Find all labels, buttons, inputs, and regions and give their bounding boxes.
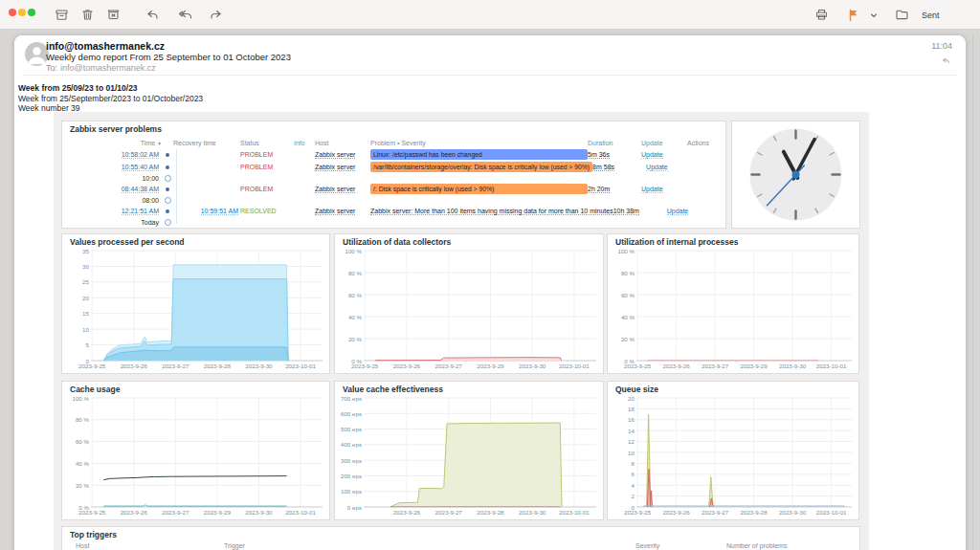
host-link[interactable]: Zabbix server — [315, 186, 355, 193]
host-link[interactable]: Zabbix server — [315, 164, 355, 171]
problem-severity-bar: Linux: /etc/passwd has been changed — [370, 149, 588, 160]
update-link[interactable]: Update — [641, 151, 663, 159]
email-subject: Weekly demo report From 25 September to … — [46, 52, 291, 62]
x-axis-tick: 2023-9-25 — [71, 363, 113, 369]
reply-icon — [942, 56, 950, 65]
archive-button[interactable] — [54, 7, 70, 23]
reply-icon — [145, 8, 160, 22]
recovery-time-link[interactable]: 10:59:51 AM — [201, 208, 238, 215]
problems-table-body: 10:58:02 AMPROBLEMZabbix serverLinux: /e… — [62, 148, 725, 227]
y-axis-tick: 10 — [64, 326, 89, 333]
x-axis-tick: 2023-9-25 — [616, 363, 658, 369]
update-link[interactable]: Update — [667, 208, 689, 215]
problems-table-header: Time ▼ Recovery time Status Info Host Pr… — [62, 137, 725, 148]
problem-time-link[interactable]: 12:21:51 AM — [122, 208, 159, 215]
timeline-marker-row: 10:00 — [62, 173, 725, 183]
x-axis-tick: 2023-9-28 — [469, 509, 511, 516]
y-axis-tick: 200 eps — [337, 473, 362, 479]
x-axis-tick: 2023-10-01 — [553, 363, 595, 369]
x-axis-tick: 2023-9-25 — [344, 363, 386, 369]
x-axis-tick: 2023-9-28 — [733, 509, 775, 516]
chart-utilization-of-data-collectors: Utilization of data collectors100 %80 %6… — [334, 233, 604, 374]
window-zoom-button[interactable] — [28, 9, 35, 16]
problem-time-link[interactable]: 10:55:40 AM — [122, 164, 159, 171]
chart-cache-usage: Cache usage100 %80 %60 %40 %20 %0 %2023-… — [61, 381, 330, 520]
flag-menu-chevron[interactable] — [869, 7, 879, 23]
forward-button[interactable] — [208, 7, 224, 23]
chart-utilization-of-internal-processes: Utilization of internal processes100 %80… — [607, 233, 859, 374]
col-severity: Severity — [635, 542, 659, 549]
chevron-down-icon — [870, 11, 878, 19]
y-axis-tick: 40 % — [64, 460, 89, 467]
duration-value: 5m 36s — [588, 151, 610, 159]
y-axis-tick: 700 eps — [337, 395, 362, 402]
timeline-event-dot — [162, 209, 173, 213]
problems-timeline — [176, 149, 177, 224]
y-axis-tick: 60 % — [610, 292, 635, 298]
archive-icon — [55, 8, 69, 22]
col-number-of-problems: Number of problems — [726, 542, 787, 549]
y-axis-tick: 6 — [610, 471, 635, 477]
duration-value: 8m 58s — [592, 164, 614, 171]
to-label: To: — [46, 63, 57, 73]
col-host: Host — [315, 140, 370, 146]
y-axis-tick: 16 — [610, 416, 635, 423]
junk-button[interactable] — [105, 7, 122, 23]
mail-toolbar: Sent — [0, 0, 980, 30]
window-minimize-button[interactable] — [18, 9, 26, 16]
reply-button[interactable] — [145, 7, 161, 23]
col-status: Status — [240, 140, 294, 146]
y-axis-tick: 30 — [64, 263, 89, 270]
chart-queue-size: Queue size201816141210864202023-9-252023… — [607, 381, 859, 520]
mailbox-button[interactable] — [894, 7, 910, 23]
update-link[interactable]: Update — [641, 186, 663, 193]
folder-icon — [895, 8, 909, 22]
col-host: Host — [76, 542, 89, 549]
y-axis-tick: 10 — [610, 450, 635, 456]
panel-title: Zabbix server problems — [70, 124, 162, 134]
duration-value: 10h 38m — [613, 208, 639, 215]
print-button[interactable] — [813, 7, 830, 23]
problem-time-link[interactable]: 08:44:38 AM — [122, 186, 159, 193]
x-axis-tick: 2023-10-01 — [811, 509, 853, 516]
host-link[interactable]: Zabbix server — [315, 151, 355, 159]
update-link[interactable]: Update — [646, 164, 668, 171]
report-week-range-short: Week from 25/09/23 to 01/10/23 — [18, 83, 138, 93]
y-axis-tick: 15 — [64, 310, 89, 317]
sort-desc-icon: ▼ — [157, 141, 162, 146]
top-triggers-panel: Top triggers Host Trigger Severity Numbe… — [61, 526, 860, 550]
x-axis-tick: 2023-9-30 — [771, 509, 813, 516]
y-axis-tick: 80 % — [610, 270, 635, 276]
col-actions: Actions — [687, 140, 720, 146]
reply-all-button[interactable] — [176, 7, 192, 23]
sender-address: info@tomashermanek.cz — [46, 40, 165, 52]
timeline-event-dot — [162, 165, 173, 169]
col-duration: Duration — [588, 140, 641, 146]
message-time: 11:04 — [931, 41, 952, 51]
host-link[interactable]: Zabbix server — [315, 208, 355, 215]
x-axis-tick: 2023-9-26 — [656, 509, 698, 516]
y-axis-tick: 500 eps — [337, 426, 362, 432]
reply-all-icon — [177, 8, 192, 22]
col-update: Update — [641, 140, 687, 146]
problem-row: 08:44:38 AMPROBLEMZabbix server/: Disk s… — [62, 183, 725, 195]
col-time[interactable]: Time ▼ — [70, 140, 162, 146]
y-axis-tick: 18 — [610, 406, 635, 412]
problem-time-link[interactable]: 10:58:02 AM — [122, 151, 159, 159]
status-label: PROBLEM — [240, 151, 294, 158]
trash-button[interactable] — [79, 7, 96, 23]
y-axis-tick: 20 — [610, 395, 635, 402]
analog-clock — [732, 121, 859, 228]
flag-button[interactable] — [845, 7, 861, 23]
duration-value: 2h 20m — [588, 186, 610, 193]
x-axis-tick: 2023-9-29 — [733, 363, 775, 369]
mailbox-name[interactable]: Sent — [922, 11, 940, 20]
x-axis-tick: 2023-9-25 — [616, 509, 658, 516]
zabbix-dashboard-image: Zabbix server problems Time ▼ Recovery t… — [54, 112, 869, 550]
status-label: PROBLEM — [240, 164, 294, 170]
timeline-marker-label: 08:00 — [70, 197, 162, 204]
window-close-button[interactable] — [9, 9, 16, 16]
x-axis-tick: 2023-9-30 — [237, 509, 279, 516]
problem-severity-bar: /: Disk space is critically low (used > … — [370, 184, 588, 194]
y-axis-tick: 60 % — [64, 438, 89, 445]
